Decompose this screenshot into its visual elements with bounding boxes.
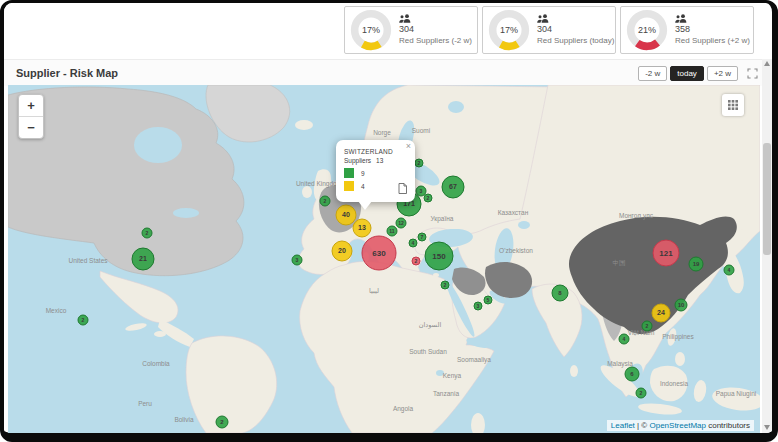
map-marker-south-korea[interactable]: 19 <box>689 257 703 271</box>
svg-text:4: 4 <box>728 267 731 273</box>
map-marker-turkey[interactable]: 150 <box>425 242 453 270</box>
map-marker-spain[interactable]: 20 <box>332 241 352 261</box>
people-icon <box>537 14 549 23</box>
map-marker-mexico[interactable]: 2 <box>78 315 88 325</box>
svg-text:10: 10 <box>678 302 685 308</box>
focus-mode-button[interactable] <box>747 68 758 79</box>
map-marker-austria[interactable]: 11 <box>387 226 397 236</box>
legend-swatch <box>344 168 354 178</box>
country-label-malaysia: Malaysia <box>607 360 633 368</box>
country-label-soomaaliya: Soomaaliya <box>457 356 491 364</box>
map-marker-czechia[interactable]: 12 <box>396 218 406 228</box>
leaflet-link[interactable]: Leaflet <box>611 421 635 430</box>
map-marker-poland[interactable]: 2 <box>424 194 432 202</box>
country-label-colombia: Colombia <box>142 360 170 367</box>
map-attribution: Leaflet | © OpenStreetMap contributors <box>607 420 754 431</box>
kpi-card-red-suppliers-2-w-[interactable]: 21%358Red Suppliers (+2 w) <box>620 6 754 54</box>
svg-text:24: 24 <box>657 309 665 316</box>
view-button-today[interactable]: today <box>670 66 704 81</box>
document-icon[interactable] <box>398 183 407 195</box>
popup-country: SWITZERLAND <box>344 148 408 155</box>
map-marker-canada[interactable]: 2 <box>142 228 152 238</box>
kpi-card-red-suppliers-2-w-[interactable]: 17%304Red Suppliers (-2 w) <box>344 6 478 54</box>
map-popup-switzerland: × SWITZERLAND Suppliers13 94 <box>336 140 415 202</box>
country-label-indonesia: Indonesia <box>660 380 689 387</box>
map-zoom-control: + − <box>18 94 44 139</box>
popup-suppliers: Suppliers13 <box>344 157 408 164</box>
grid-icon <box>728 100 738 110</box>
risk-map[interactable]: United StatesMexicoColombiaPeruBoliviaUn… <box>8 85 760 433</box>
popup-metric-label: Suppliers <box>344 157 371 164</box>
svg-text:67: 67 <box>449 183 457 190</box>
osm-link[interactable]: OpenStreetMap <box>649 421 705 430</box>
world-map: United StatesMexicoColombiaPeruBoliviaUn… <box>8 85 760 433</box>
map-marker-united-arab-emirates[interactable]: 5 <box>484 296 492 304</box>
map-marker-malaysia[interactable]: 6 <box>625 367 639 381</box>
page-scrollbar[interactable] <box>762 59 772 433</box>
country-label-tanzania: Tanzania <box>433 390 459 397</box>
svg-text:2: 2 <box>427 195 430 201</box>
dashboard-window: 17%304Red Suppliers (-2 w)17%304Red Supp… <box>0 0 778 442</box>
kpi-label: Red Suppliers (-2 w) <box>399 36 472 46</box>
country-label-south-sudan: South Sudan <box>409 348 447 355</box>
kpi-value: 304 <box>399 24 472 35</box>
map-marker-south-china[interactable]: 24 <box>652 304 670 322</box>
map-marker-serbia[interactable]: 4 <box>409 239 417 247</box>
svg-text:2: 2 <box>82 317 85 323</box>
map-marker-india[interactable]: 8 <box>552 285 568 301</box>
map-marker-vietnam[interactable]: 2 <box>642 321 652 331</box>
scrollbar-down-icon[interactable] <box>764 425 770 430</box>
map-marker-united-states[interactable]: 21 <box>132 248 154 270</box>
map-marker-greece[interactable]: 2 <box>412 257 420 265</box>
legend-value: 4 <box>361 183 365 190</box>
kpi-percent: 17% <box>350 9 392 51</box>
country-label--: السودان <box>419 321 442 329</box>
popup-tail <box>358 201 372 210</box>
map-marker-israel[interactable]: 2 <box>441 281 449 289</box>
map-marker-romania[interactable]: 7 <box>418 233 426 241</box>
country-label-papua-niugini: Papua Niugini <box>716 390 756 398</box>
country-label-mexico: Mexico <box>46 307 67 314</box>
map-legend-button[interactable] <box>722 94 744 116</box>
svg-text:150: 150 <box>432 252 446 261</box>
legend-swatch <box>344 181 354 191</box>
zoom-in-button[interactable]: + <box>19 95 43 117</box>
map-marker-united-kingdom[interactable]: 2 <box>320 196 330 206</box>
map-marker-taiwan[interactable]: 10 <box>675 299 687 311</box>
focus-mode-icon <box>747 68 758 79</box>
country-label--: Україна <box>431 215 454 223</box>
country-label-suomi: Suomi <box>412 127 430 134</box>
map-marker-switzerland[interactable]: 13 <box>353 219 371 237</box>
map-marker-portugal[interactable]: 3 <box>292 255 302 265</box>
kpi-card-red-suppliers-today-[interactable]: 17%304Red Suppliers (today) <box>482 6 616 54</box>
map-marker-norway[interactable]: 2 <box>415 159 423 167</box>
map-marker-china[interactable]: 121 <box>653 240 679 266</box>
zoom-out-button[interactable]: − <box>19 117 43 138</box>
map-marker-japan[interactable]: 4 <box>724 265 734 275</box>
svg-text:3: 3 <box>477 303 480 309</box>
map-marker-saudi-arabia[interactable]: 3 <box>474 302 482 310</box>
scrollbar-thumb[interactable] <box>763 143 771 255</box>
map-marker-brazil[interactable]: 2 <box>216 416 228 428</box>
kpi-percent: 21% <box>626 9 668 51</box>
people-icon <box>399 14 411 23</box>
svg-text:630: 630 <box>372 249 386 258</box>
kpi-label: Red Suppliers (today) <box>537 36 610 46</box>
kpi-value: 358 <box>675 24 748 35</box>
view-button--2-w[interactable]: +2 w <box>707 66 738 81</box>
svg-text:5: 5 <box>487 297 490 303</box>
map-marker-france[interactable]: 40 <box>336 205 356 225</box>
map-marker-italy[interactable]: 630 <box>362 236 396 270</box>
scrollbar-up-icon[interactable] <box>764 61 770 66</box>
svg-text:2: 2 <box>646 323 649 329</box>
kpi-percent: 17% <box>488 9 530 51</box>
view-button--2-w[interactable]: -2 w <box>638 66 667 81</box>
map-marker-indonesia[interactable]: 2 <box>636 388 646 398</box>
svg-text:40: 40 <box>342 211 350 218</box>
map-marker-sweden[interactable]: 3 <box>416 186 426 196</box>
svg-text:19: 19 <box>693 261 700 267</box>
time-toggle-group: -2 wtoday+2 w <box>638 66 738 81</box>
map-marker-thailand[interactable]: 4 <box>619 334 629 344</box>
popup-close-icon[interactable]: × <box>406 142 411 151</box>
map-marker-russia[interactable]: 67 <box>442 176 464 198</box>
